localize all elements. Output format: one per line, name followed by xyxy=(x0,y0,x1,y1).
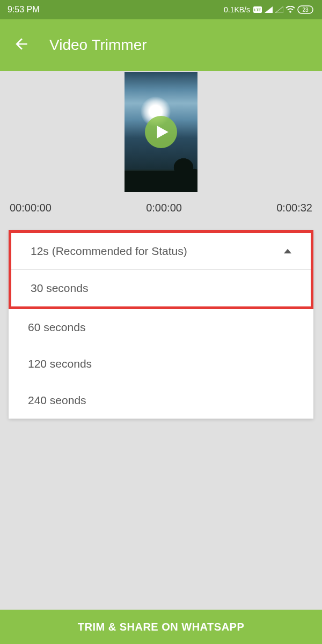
dropdown-option-120s[interactable]: 120 seconds xyxy=(9,346,313,382)
highlight-annotation: 12s (Recommended for Status) 30 seconds xyxy=(9,230,313,309)
svg-point-2 xyxy=(289,11,291,13)
dropdown-option-label: 30 seconds xyxy=(31,282,88,295)
signal-2-icon xyxy=(275,6,283,13)
arrow-back-icon xyxy=(13,35,30,53)
back-button[interactable] xyxy=(13,35,30,55)
wifi-icon xyxy=(286,6,295,13)
svg-text:LTE: LTE xyxy=(254,8,261,12)
time-end: 0:00:32 xyxy=(276,202,312,214)
status-time: 9:53 PM xyxy=(8,5,40,14)
trim-share-button[interactable]: TRIM & SHARE ON WHATSAPP xyxy=(0,610,322,644)
dropdown-option-label: 120 seconds xyxy=(28,357,92,370)
volte-icon: LTE xyxy=(253,6,262,13)
play-button[interactable] xyxy=(145,116,177,148)
dropdown-option-240s[interactable]: 240 seonds xyxy=(9,382,313,419)
status-bar: 9:53 PM 0.1KB/s LTE 23 xyxy=(0,0,322,19)
status-right: 0.1KB/s LTE 23 xyxy=(224,5,314,14)
time-start: 00:00:00 xyxy=(10,202,52,214)
dropdown-option-label: 240 seonds xyxy=(28,394,86,407)
status-icons: LTE 23 xyxy=(253,5,314,14)
battery-icon: 23 xyxy=(297,5,314,14)
video-preview-area: 00:00:00 0:00:00 0:00:32 xyxy=(0,71,322,225)
thumbnail-trees xyxy=(125,149,197,192)
battery-text: 23 xyxy=(302,7,309,13)
dropdown-selected[interactable]: 12s (Recommended for Status) xyxy=(11,233,311,270)
screen: 9:53 PM 0.1KB/s LTE 23 xyxy=(0,0,322,644)
time-current: 0:00:00 xyxy=(146,202,182,214)
dropdown-option-30s[interactable]: 30 seconds xyxy=(11,270,311,306)
dropdown-option-label: 60 seconds xyxy=(28,321,85,334)
video-thumbnail[interactable] xyxy=(125,72,197,192)
trim-share-label: TRIM & SHARE ON WHATSAPP xyxy=(78,621,245,633)
play-icon xyxy=(155,125,170,140)
caret-up-icon xyxy=(284,245,291,258)
dropdown-option-60s[interactable]: 60 seconds xyxy=(9,309,313,346)
time-row: 00:00:00 0:00:00 0:00:32 xyxy=(0,192,322,221)
signal-icon xyxy=(264,6,273,13)
page-title: Video Trimmer xyxy=(49,36,147,54)
status-net-speed: 0.1KB/s xyxy=(224,5,250,14)
spacer xyxy=(0,419,322,610)
app-bar: Video Trimmer xyxy=(0,19,322,71)
dropdown-selected-label: 12s (Recommended for Status) xyxy=(31,245,187,258)
duration-dropdown: 12s (Recommended for Status) 30 seconds … xyxy=(9,230,313,419)
